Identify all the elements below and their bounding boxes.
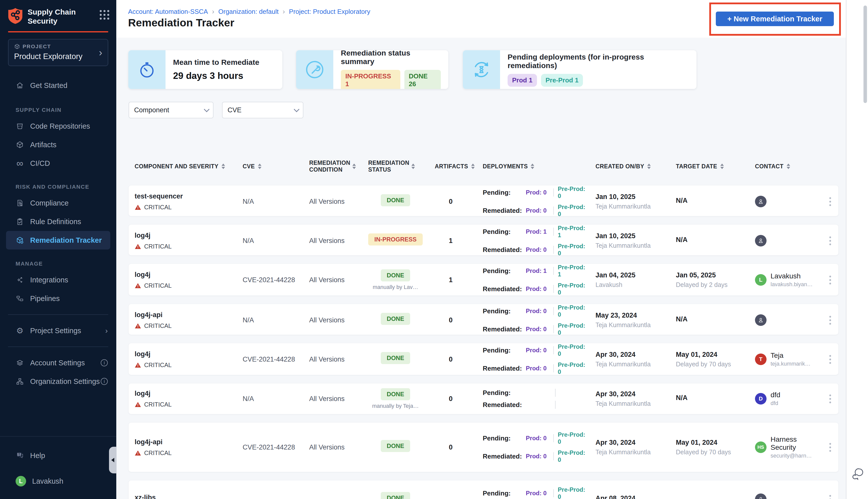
- sort-icon[interactable]: [531, 163, 534, 169]
- prod-pending-value[interactable]: Prod: 0: [526, 347, 552, 354]
- sidebar-item-organization-settings[interactable]: Organization Settings i: [0, 372, 116, 391]
- table-row[interactable]: log4j-api !CRITICAL CVE-2021-44228 All V…: [128, 423, 838, 472]
- preprod-remediated-value[interactable]: Pre-Prod: 0: [558, 282, 590, 296]
- prod-pending-value[interactable]: Prod: 0: [526, 307, 552, 315]
- prod-remediated-value[interactable]: Prod: 0: [526, 207, 552, 214]
- sidebar-collapse-handle[interactable]: [109, 447, 116, 473]
- sidebar-item-remediation-tracker[interactable]: Remediation Tracker: [6, 231, 110, 250]
- breadcrumb-organization-link[interactable]: Organization: default: [218, 8, 278, 15]
- row-menu-button[interactable]: [827, 234, 833, 247]
- row-menu-button[interactable]: [827, 314, 833, 327]
- sidebar-item-get-started[interactable]: Get Started: [0, 76, 116, 95]
- preprod-pending-value[interactable]: Pre-Prod: 1: [558, 224, 590, 239]
- row-menu-button[interactable]: [827, 493, 833, 499]
- row-menu-button[interactable]: [827, 353, 833, 366]
- user-menu[interactable]: L Lavakush: [0, 472, 116, 490]
- preprod-pending-value[interactable]: Pre-Prod: 0: [558, 431, 590, 445]
- artifacts-count: 0: [429, 355, 473, 363]
- divider: [553, 434, 554, 442]
- status-badge: DONE: [381, 492, 410, 499]
- contact-cell: [749, 314, 822, 326]
- row-menu-button[interactable]: [827, 195, 833, 208]
- table-row[interactable]: xz-libs DONE Pending:Prod: 0Pre-Prod: 0 …: [128, 480, 838, 499]
- breadcrumb-account-link[interactable]: Account: Automation-SSCA: [128, 8, 208, 15]
- row-menu-button[interactable]: [827, 441, 833, 454]
- row-menu-button[interactable]: [827, 392, 833, 405]
- contact-cell: D dfddfd: [749, 391, 822, 406]
- sidebar-item-project-settings[interactable]: ⚙ Project Settings ›: [0, 321, 116, 340]
- row-menu-button[interactable]: [827, 273, 833, 287]
- column-header-remediation-condition[interactable]: REMEDIATION CONDITION: [303, 160, 362, 173]
- preprod-remediated-value[interactable]: Pre-Prod: 0: [558, 361, 590, 375]
- critical-icon: !: [135, 243, 141, 250]
- prod-pending-value[interactable]: Prod: 0: [526, 189, 552, 196]
- sort-icon[interactable]: [647, 163, 651, 169]
- column-header-created-on-by[interactable]: CREATED ON/BY: [590, 163, 670, 170]
- preprod-pending-value[interactable]: Pre-Prod: 0: [558, 343, 590, 357]
- component-name: test-sequencer: [135, 193, 237, 200]
- prod-remediated-value[interactable]: Prod: 0: [526, 453, 552, 460]
- table-row[interactable]: log4j-api !CRITICAL N/A All Versions DON…: [128, 304, 838, 335]
- new-remediation-tracker-button[interactable]: + New Remediation Tracker: [716, 12, 834, 26]
- contact-cell: L Lavakushlavakush.biyan…: [749, 272, 822, 288]
- target-date-cell: May 01, 2024Delayed by 70 days: [670, 439, 749, 456]
- contact-email: lavakush.biyan…: [771, 281, 813, 288]
- person-icon: [757, 238, 764, 244]
- cve-value: N/A: [237, 316, 303, 324]
- preprod-pending-value[interactable]: Pre-Prod: 0: [558, 185, 590, 199]
- column-header-deployments[interactable]: DEPLOYMENTS: [473, 163, 590, 170]
- sort-icon[interactable]: [411, 163, 415, 169]
- sort-icon[interactable]: [786, 163, 790, 169]
- preprod-pending-value[interactable]: Pre-Prod: 1: [558, 264, 590, 278]
- sidebar-item-integrations[interactable]: Integrations: [0, 271, 116, 289]
- table-row[interactable]: log4j !CRITICAL CVE-2021-44228 All Versi…: [128, 264, 838, 295]
- sort-icon[interactable]: [258, 163, 261, 169]
- preprod-pending-value[interactable]: Pre-Prod: 0: [558, 304, 590, 318]
- sidebar-item-artifacts[interactable]: Artifacts: [0, 135, 116, 154]
- prod-remediated-value[interactable]: Prod: 0: [526, 246, 552, 253]
- cve-filter-dropdown[interactable]: CVE: [222, 102, 303, 118]
- prod-pending-value[interactable]: Prod: 0: [526, 490, 552, 497]
- sidebar-item-rule-definitions[interactable]: Rule Definitions: [0, 212, 116, 231]
- deployments-cell: Pending:Prod: 1Pre-Prod: 1 Remediated:Pr…: [473, 224, 590, 257]
- column-header-component[interactable]: COMPONENT AND SEVERITY: [128, 163, 237, 170]
- prod-pending-value[interactable]: Prod: 0: [526, 435, 552, 442]
- sort-icon[interactable]: [352, 163, 356, 169]
- preprod-remediated-value[interactable]: Pre-Prod: 0: [558, 449, 590, 463]
- table-row[interactable]: test-sequencer !CRITICAL N/A All Version…: [128, 185, 838, 216]
- sort-icon[interactable]: [720, 163, 724, 169]
- table-row[interactable]: log4j !CRITICAL CVE-2021-44228 All Versi…: [128, 343, 838, 375]
- deployments-cell: Pending:Prod: 0Pre-Prod: 0 Remediated:Pr…: [473, 304, 590, 336]
- sidebar-item-code-repositories[interactable]: </> Code Repositories: [0, 117, 116, 135]
- preprod-remediated-value[interactable]: Pre-Prod: 0: [558, 322, 590, 336]
- preprod-remediated-value[interactable]: Pre-Prod: 0: [558, 243, 590, 257]
- table-row[interactable]: log4j !CRITICAL N/A All Versions IN-PROG…: [128, 224, 838, 255]
- prod-pending-value[interactable]: Prod: 1: [526, 228, 552, 235]
- column-header-artifacts[interactable]: ARTIFACTS: [429, 163, 473, 170]
- chat-feedback-icon[interactable]: [851, 467, 865, 481]
- sidebar-item-pipelines[interactable]: Pipelines: [0, 289, 116, 308]
- critical-icon: !: [135, 450, 141, 456]
- column-header-remediation-status[interactable]: REMEDIATION STATUS: [362, 160, 429, 173]
- prod-pending-value[interactable]: Prod: 1: [526, 267, 552, 275]
- component-filter-dropdown[interactable]: Component: [128, 102, 213, 118]
- vertical-scrollbar[interactable]: [864, 5, 867, 103]
- sidebar-item-help[interactable]: ? Help: [0, 446, 116, 465]
- column-header-contact[interactable]: CONTACT: [749, 163, 822, 170]
- sidebar-item-cicd[interactable]: ∞ CI/CD: [0, 154, 116, 173]
- prod-remediated-value[interactable]: Prod: 0: [526, 365, 552, 372]
- sidebar-item-account-settings[interactable]: Account Settings i: [0, 354, 116, 372]
- sort-icon[interactable]: [222, 163, 225, 169]
- column-header-target-date[interactable]: TARGET DATE: [670, 163, 749, 170]
- prod-remediated-value[interactable]: Prod: 0: [526, 326, 552, 333]
- breadcrumb-project-link[interactable]: Project: Product Exploratory: [289, 8, 370, 15]
- app-switcher-icon[interactable]: [100, 10, 109, 20]
- sidebar-item-compliance[interactable]: Compliance: [0, 194, 116, 212]
- critical-icon: !: [135, 204, 141, 210]
- preprod-pending-value[interactable]: Pre-Prod: 0: [558, 486, 590, 499]
- table-row[interactable]: log4j !CRITICAL N/A All Versions DONEman…: [128, 384, 838, 414]
- project-selector[interactable]: PROJECT Product Exploratory ›: [8, 39, 108, 66]
- prod-remediated-value[interactable]: Prod: 0: [526, 285, 552, 292]
- preprod-remediated-value[interactable]: Pre-Prod: 0: [558, 204, 590, 218]
- column-header-cve[interactable]: CVE: [237, 163, 303, 170]
